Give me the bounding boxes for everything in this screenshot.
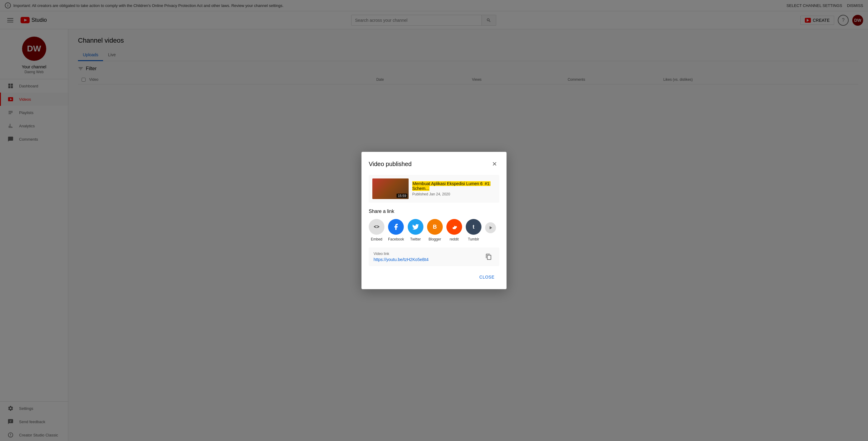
share-blogger[interactable]: B Blogger [427, 219, 443, 241]
video-info: Membuat Aplikasi Ekspedisi Lumen 6 #1: S… [412, 181, 496, 196]
copy-link-button[interactable] [483, 251, 494, 263]
link-url[interactable]: https://youtu.be/tzH2Ko5eBt4 [374, 257, 429, 262]
close-button[interactable]: CLOSE [474, 272, 499, 282]
video-card: 15:59 Membuat Aplikasi Ekspedisi Lumen 6… [369, 175, 499, 203]
link-label: Video link [374, 252, 429, 256]
share-reddit[interactable]: reddit [446, 219, 462, 241]
video-published-modal: Video published ✕ 15:59 Membuat Aplikasi… [362, 152, 506, 289]
share-next-button[interactable] [485, 222, 496, 233]
facebook-icon [388, 219, 404, 235]
modal-title: Video published [369, 160, 412, 168]
blogger-icon: B [427, 219, 443, 235]
share-embed[interactable]: <> Embed [369, 219, 384, 241]
facebook-label: Facebook [388, 237, 404, 241]
share-icons: <> Embed Facebook Twitter [369, 219, 499, 241]
video-link-section: Video link https://youtu.be/tzH2Ko5eBt4 [369, 247, 499, 266]
blogger-label: Blogger [429, 237, 441, 241]
video-title: Membuat Aplikasi Ekspedisi Lumen 6 #1: S… [412, 181, 496, 191]
modal-overlay: Video published ✕ 15:59 Membuat Aplikasi… [0, 0, 868, 441]
embed-label: Embed [371, 237, 382, 241]
reddit-label: reddit [450, 237, 459, 241]
tumblr-icon: t [466, 219, 482, 235]
modal-close-button[interactable]: ✕ [490, 159, 499, 169]
share-tumblr[interactable]: t Tumblr [466, 219, 482, 241]
tumblr-label: Tumblr [468, 237, 479, 241]
embed-icon: <> [369, 219, 384, 235]
twitter-label: Twitter [410, 237, 421, 241]
modal-footer: CLOSE [369, 272, 499, 282]
video-thumbnail: 15:59 [372, 178, 409, 199]
share-twitter[interactable]: Twitter [408, 219, 424, 241]
video-publish-date: Published Jan 24, 2020 [412, 192, 496, 196]
twitter-icon [408, 219, 424, 235]
share-label: Share a link [369, 209, 499, 214]
modal-header: Video published ✕ [369, 159, 499, 169]
video-duration: 15:59 [397, 194, 407, 198]
link-info: Video link https://youtu.be/tzH2Ko5eBt4 [374, 252, 429, 262]
share-facebook[interactable]: Facebook [388, 219, 404, 241]
reddit-icon [446, 219, 462, 235]
video-title-highlighted: Membuat Aplikasi Ekspedisi Lumen 6 [412, 181, 483, 186]
